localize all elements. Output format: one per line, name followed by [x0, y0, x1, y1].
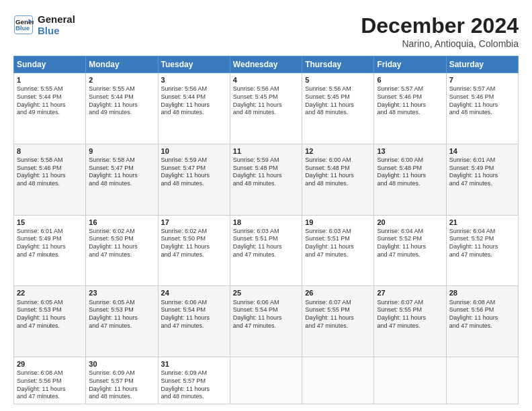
week-row-3: 15Sunrise: 6:01 AM Sunset: 5:49 PM Dayli… [14, 215, 519, 286]
cell-info: Sunrise: 6:02 AM Sunset: 5:50 PM Dayligh… [161, 228, 227, 259]
calendar-cell: 4Sunrise: 5:56 AM Sunset: 5:45 PM Daylig… [230, 73, 302, 144]
cell-info: Sunrise: 6:07 AM Sunset: 5:55 PM Dayligh… [305, 299, 371, 330]
day-number: 9 [89, 146, 154, 156]
day-number: 20 [377, 218, 443, 227]
cell-info: Sunrise: 5:56 AM Sunset: 5:45 PM Dayligh… [233, 85, 299, 117]
cell-info: Sunrise: 6:06 AM Sunset: 5:54 PM Dayligh… [161, 299, 227, 330]
calendar-cell: 13Sunrise: 6:00 AM Sunset: 5:48 PM Dayli… [374, 144, 446, 215]
cell-info: Sunrise: 5:59 AM Sunset: 5:48 PM Dayligh… [233, 156, 299, 188]
title-block: December 2024 Narino, Antioquia, Colombi… [361, 13, 519, 49]
week-row-2: 8Sunrise: 5:58 AM Sunset: 5:46 PM Daylig… [14, 144, 519, 215]
calendar-cell: 2Sunrise: 5:55 AM Sunset: 5:44 PM Daylig… [86, 73, 158, 144]
day-number: 13 [377, 146, 443, 156]
month-title: December 2024 [361, 13, 519, 38]
day-number: 7 [449, 75, 515, 85]
calendar-cell: 18Sunrise: 6:03 AM Sunset: 5:51 PM Dayli… [230, 215, 302, 286]
day-number: 12 [305, 146, 371, 156]
col-header-thursday: Thursday [302, 56, 374, 73]
day-number: 3 [161, 75, 227, 85]
cell-info: Sunrise: 6:06 AM Sunset: 5:54 PM Dayligh… [233, 299, 299, 330]
calendar-cell: 15Sunrise: 6:01 AM Sunset: 5:49 PM Dayli… [14, 215, 86, 286]
calendar-cell: 29Sunrise: 6:08 AM Sunset: 5:56 PM Dayli… [14, 357, 86, 404]
cell-info: Sunrise: 5:59 AM Sunset: 5:47 PM Dayligh… [161, 156, 227, 188]
calendar-cell: 3Sunrise: 5:56 AM Sunset: 5:44 PM Daylig… [158, 73, 230, 144]
day-number: 27 [377, 288, 443, 298]
cell-info: Sunrise: 5:58 AM Sunset: 5:46 PM Dayligh… [17, 156, 83, 188]
day-number: 19 [305, 218, 371, 227]
header-row: SundayMondayTuesdayWednesdayThursdayFrid… [14, 56, 519, 73]
cell-info: Sunrise: 6:02 AM Sunset: 5:50 PM Dayligh… [89, 228, 154, 259]
calendar-cell: 1Sunrise: 5:55 AM Sunset: 5:44 PM Daylig… [14, 73, 86, 144]
calendar-cell: 21Sunrise: 6:04 AM Sunset: 5:52 PM Dayli… [446, 215, 518, 286]
calendar-cell [446, 357, 518, 404]
cell-info: Sunrise: 6:08 AM Sunset: 5:56 PM Dayligh… [17, 369, 83, 401]
cell-info: Sunrise: 5:57 AM Sunset: 5:46 PM Dayligh… [449, 85, 515, 117]
week-row-4: 22Sunrise: 6:05 AM Sunset: 5:53 PM Dayli… [14, 286, 519, 357]
calendar-cell [302, 357, 374, 404]
cell-info: Sunrise: 5:55 AM Sunset: 5:44 PM Dayligh… [89, 85, 154, 117]
cell-info: Sunrise: 6:01 AM Sunset: 5:49 PM Dayligh… [449, 156, 515, 188]
day-number: 10 [161, 146, 227, 156]
col-header-wednesday: Wednesday [230, 56, 302, 73]
cell-info: Sunrise: 5:58 AM Sunset: 5:47 PM Dayligh… [89, 156, 154, 188]
day-number: 22 [17, 288, 83, 298]
day-number: 28 [449, 288, 515, 298]
cell-info: Sunrise: 5:56 AM Sunset: 5:45 PM Dayligh… [305, 85, 371, 117]
day-number: 5 [305, 75, 371, 85]
calendar-cell: 7Sunrise: 5:57 AM Sunset: 5:46 PM Daylig… [446, 73, 518, 144]
calendar-cell: 19Sunrise: 6:03 AM Sunset: 5:51 PM Dayli… [302, 215, 374, 286]
calendar-cell: 14Sunrise: 6:01 AM Sunset: 5:49 PM Dayli… [446, 144, 518, 215]
cell-info: Sunrise: 6:01 AM Sunset: 5:49 PM Dayligh… [17, 228, 83, 259]
calendar-cell: 10Sunrise: 5:59 AM Sunset: 5:47 PM Dayli… [158, 144, 230, 215]
day-number: 21 [449, 218, 515, 227]
calendar: SundayMondayTuesdayWednesdayThursdayFrid… [13, 56, 519, 404]
day-number: 18 [233, 218, 299, 227]
day-number: 30 [89, 359, 154, 369]
location: Narino, Antioquia, Colombia [361, 38, 519, 49]
week-row-1: 1Sunrise: 5:55 AM Sunset: 5:44 PM Daylig… [14, 73, 519, 144]
calendar-cell: 12Sunrise: 6:00 AM Sunset: 5:48 PM Dayli… [302, 144, 374, 215]
logo-blue: Blue [38, 25, 75, 36]
calendar-cell: 17Sunrise: 6:02 AM Sunset: 5:50 PM Dayli… [158, 215, 230, 286]
day-number: 17 [161, 218, 227, 227]
calendar-cell: 27Sunrise: 6:07 AM Sunset: 5:55 PM Dayli… [374, 286, 446, 357]
calendar-cell: 23Sunrise: 6:05 AM Sunset: 5:53 PM Dayli… [86, 286, 158, 357]
calendar-cell: 31Sunrise: 6:09 AM Sunset: 5:57 PM Dayli… [158, 357, 230, 404]
logo-general: General [38, 13, 75, 25]
day-number: 8 [17, 146, 83, 156]
day-number: 4 [233, 75, 299, 85]
day-number: 16 [89, 218, 154, 227]
cell-info: Sunrise: 6:09 AM Sunset: 5:57 PM Dayligh… [89, 369, 154, 401]
day-number: 26 [305, 288, 371, 298]
cell-info: Sunrise: 6:07 AM Sunset: 5:55 PM Dayligh… [377, 299, 443, 330]
day-number: 14 [449, 146, 515, 156]
calendar-cell: 16Sunrise: 6:02 AM Sunset: 5:50 PM Dayli… [86, 215, 158, 286]
day-number: 23 [89, 288, 154, 298]
calendar-cell: 30Sunrise: 6:09 AM Sunset: 5:57 PM Dayli… [86, 357, 158, 404]
calendar-body: 1Sunrise: 5:55 AM Sunset: 5:44 PM Daylig… [14, 73, 519, 404]
logo-icon: General Blue [13, 15, 34, 35]
calendar-cell [374, 357, 446, 404]
calendar-cell: 22Sunrise: 6:05 AM Sunset: 5:53 PM Dayli… [14, 286, 86, 357]
cell-info: Sunrise: 6:04 AM Sunset: 5:52 PM Dayligh… [377, 228, 443, 259]
day-number: 29 [17, 359, 83, 369]
logo: General Blue General Blue [13, 13, 75, 37]
calendar-cell: 28Sunrise: 6:08 AM Sunset: 5:56 PM Dayli… [446, 286, 518, 357]
calendar-cell: 25Sunrise: 6:06 AM Sunset: 5:54 PM Dayli… [230, 286, 302, 357]
cell-info: Sunrise: 6:00 AM Sunset: 5:48 PM Dayligh… [305, 156, 371, 188]
col-header-friday: Friday [374, 56, 446, 73]
cell-info: Sunrise: 6:03 AM Sunset: 5:51 PM Dayligh… [233, 228, 299, 259]
calendar-cell: 6Sunrise: 5:57 AM Sunset: 5:46 PM Daylig… [374, 73, 446, 144]
calendar-cell: 11Sunrise: 5:59 AM Sunset: 5:48 PM Dayli… [230, 144, 302, 215]
day-number: 11 [233, 146, 299, 156]
day-number: 24 [161, 288, 227, 298]
cell-info: Sunrise: 6:08 AM Sunset: 5:56 PM Dayligh… [449, 299, 515, 330]
day-number: 1 [17, 75, 83, 85]
cell-info: Sunrise: 5:57 AM Sunset: 5:46 PM Dayligh… [377, 85, 443, 117]
col-header-tuesday: Tuesday [158, 56, 230, 73]
week-row-5: 29Sunrise: 6:08 AM Sunset: 5:56 PM Dayli… [14, 357, 519, 404]
page: General Blue General Blue December 2024 … [0, 0, 532, 411]
day-number: 15 [17, 218, 83, 227]
day-number: 25 [233, 288, 299, 298]
calendar-cell: 20Sunrise: 6:04 AM Sunset: 5:52 PM Dayli… [374, 215, 446, 286]
